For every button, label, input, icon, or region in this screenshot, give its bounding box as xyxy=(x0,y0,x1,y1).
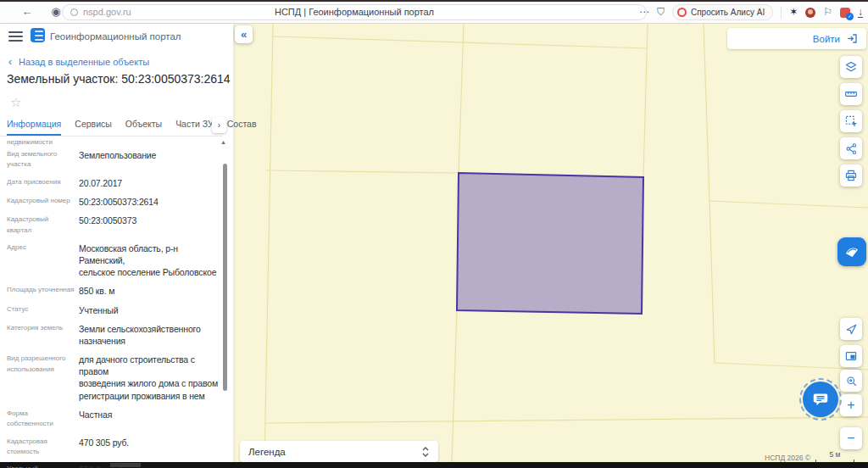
alice-icon xyxy=(677,8,687,17)
scale-label: 5 м xyxy=(815,450,854,459)
selected-parcel[interactable] xyxy=(457,173,643,314)
login-icon xyxy=(846,32,859,45)
area-select-button[interactable] xyxy=(840,110,862,132)
geolocate-icon xyxy=(845,323,858,336)
field-value: для дачного строительства с правом возве… xyxy=(75,354,220,402)
info-panel: Геоинформационный портал ‹Назад в выделе… xyxy=(0,24,233,462)
field-value: 50:23:0050373:2614 xyxy=(75,196,220,208)
field-label: Категория земель xyxy=(7,323,75,347)
zoom-in-button[interactable]: + xyxy=(840,394,862,416)
cadastral-line xyxy=(459,24,464,173)
extension-icon[interactable]: ✶ xyxy=(789,4,798,20)
tab-title: НСПД | Геоинформационный портал xyxy=(63,7,646,17)
field-row: Площадь уточненная 850 кв. м xyxy=(7,285,220,297)
tab-services[interactable]: Сервисы xyxy=(75,119,112,136)
field-value: 553,3 руб./кв. м xyxy=(75,464,220,468)
zoom-out-button[interactable]: − xyxy=(840,427,862,449)
profile-avatar[interactable] xyxy=(805,8,815,18)
field-value: Московская область, р-н Раменский, сельс… xyxy=(75,242,220,279)
back-link[interactable]: ‹Назад в выделенные объекты xyxy=(8,56,149,68)
favorite-star-button[interactable]: ☆ xyxy=(10,95,21,110)
login-button[interactable]: Войти xyxy=(727,28,866,49)
page-title: Земельный участок: 50:23:0050373:2614 xyxy=(7,72,231,86)
cadastral-line xyxy=(452,310,457,462)
scroll-up-arrow[interactable]: ▲ xyxy=(220,139,226,145)
minimap-icon xyxy=(844,349,858,363)
field-label: Кадастровый квартал xyxy=(7,214,75,236)
back-chevron-icon: ‹ xyxy=(8,56,12,68)
clipped-field-label: недвижимости xyxy=(7,138,53,146)
field-label: Статус xyxy=(7,304,75,316)
app-title: Геоинформационный портал xyxy=(50,31,181,42)
cadastral-line xyxy=(704,24,709,201)
tab-information[interactable]: Информация xyxy=(7,119,61,136)
legend-bar[interactable]: Легенда xyxy=(240,441,438,462)
chat-button[interactable] xyxy=(799,378,842,421)
panel-collapse-button[interactable]: « xyxy=(235,25,253,43)
nspd-logo-icon xyxy=(31,28,45,42)
field-label: Дата присвоения xyxy=(7,177,75,189)
field-row: Категория земель Земли сельскохозяйствен… xyxy=(7,323,220,347)
collections-flag-icon[interactable]: ⚐ xyxy=(823,4,832,20)
assistant-widget-button[interactable] xyxy=(837,237,866,266)
extension-badge-icon[interactable] xyxy=(840,8,850,18)
field-row: Кадастровый квартал 50:23:0050373 xyxy=(7,214,220,236)
more-button[interactable]: ⋯ xyxy=(639,4,649,20)
field-value: 850 кв. м xyxy=(75,285,220,297)
field-value: Учтенный xyxy=(75,304,220,316)
minimap-button[interactable] xyxy=(840,345,862,367)
field-row: Адрес Московская область, р-н Раменский,… xyxy=(7,242,220,279)
ruler-icon xyxy=(844,87,858,101)
field-value: Земли сельскохозяйственного назначения xyxy=(75,323,220,347)
tab-composition[interactable]: Состав xyxy=(227,119,257,136)
map-search-icon xyxy=(845,375,858,387)
cadastral-line xyxy=(643,24,648,177)
legend-expand-icon[interactable] xyxy=(421,446,430,458)
share-button[interactable] xyxy=(840,137,862,159)
chat-bubble-icon xyxy=(811,390,830,409)
tab-objects[interactable]: Объекты xyxy=(125,119,162,136)
cadastral-line xyxy=(709,201,715,363)
field-row: Кадастровый номер 50:23:0050373:2614 xyxy=(7,196,220,208)
cadastral-map-layer xyxy=(233,24,868,462)
map-attribution: НСПД 2026 © xyxy=(765,454,810,462)
downloads-button[interactable]: ↓ xyxy=(858,8,863,18)
field-label: Вид разрешенного использования xyxy=(7,354,75,402)
geolocate-button[interactable] xyxy=(840,318,862,340)
field-value: Землепользование xyxy=(75,149,220,170)
tab-parcel-parts[interactable]: Части ЗУ xyxy=(175,119,214,136)
toolbar-separator xyxy=(781,7,782,19)
share-icon xyxy=(845,142,858,155)
layers-icon xyxy=(844,60,858,74)
area-select-icon xyxy=(844,114,858,128)
field-row: Вид разрешенного использования для дачно… xyxy=(7,354,220,402)
screen: ← ◉ ⟳ nspd.gov.ru НСПД | Геоинформационн… xyxy=(0,0,868,468)
browser-toolbar: ← ◉ ⟳ nspd.gov.ru НСПД | Геоинформационн… xyxy=(0,2,868,24)
alice-button[interactable]: Спросить Алису AI xyxy=(672,4,773,20)
panel-scrollbar[interactable] xyxy=(223,164,227,391)
tab-bar: Информация Сервисы Объекты Части ЗУ Сост… xyxy=(7,119,226,136)
field-value: 470 305 руб. xyxy=(75,437,220,458)
print-button[interactable] xyxy=(840,164,862,187)
field-row: Вид земельного участка Землепользование xyxy=(7,149,220,170)
field-row: Статус Учтенный xyxy=(7,304,220,316)
map-search-button[interactable] xyxy=(840,370,862,392)
tabs-divider xyxy=(0,136,222,136)
address-bar[interactable]: nspd.gov.ru НСПД | Геоинформационный пор… xyxy=(62,4,647,20)
print-icon xyxy=(844,169,858,182)
field-value: 20.07.2017 xyxy=(75,177,220,189)
field-label: Адрес xyxy=(7,242,75,279)
browser-back-button[interactable]: ← xyxy=(19,4,35,20)
cadastral-line xyxy=(264,24,273,462)
cadastral-line xyxy=(709,201,868,208)
menu-button[interactable] xyxy=(8,31,23,42)
field-label: Форма собственности xyxy=(7,409,75,430)
layers-button[interactable] xyxy=(840,56,862,78)
map-canvas[interactable]: « Войти xyxy=(233,24,868,462)
bookmark-icon[interactable]: ⛉ xyxy=(657,4,665,20)
cadastral-line xyxy=(265,170,459,173)
ruler-button[interactable] xyxy=(840,83,862,105)
field-label: Вид земельного участка xyxy=(7,149,75,170)
tabs-overflow-button[interactable]: › xyxy=(212,117,226,133)
scale-bar: 5 м xyxy=(815,450,854,462)
